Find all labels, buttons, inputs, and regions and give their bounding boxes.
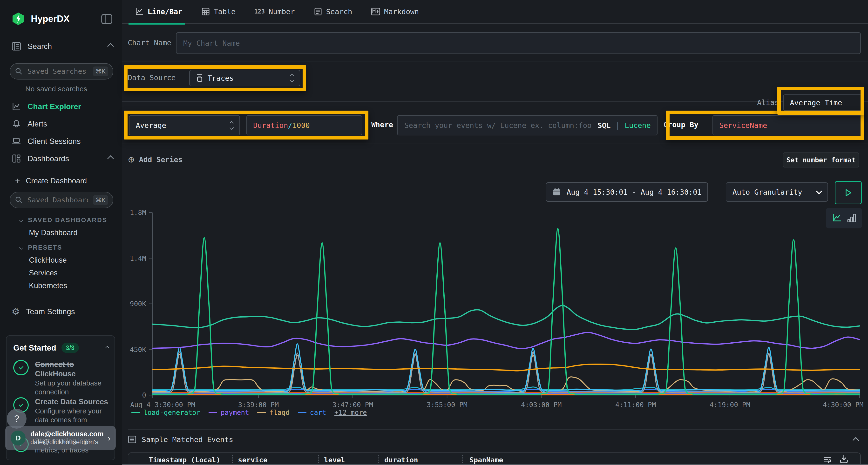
svg-text:3:47:00 PM: 3:47:00 PM: [333, 401, 373, 408]
tab-markdown[interactable]: Markdown: [371, 7, 419, 16]
time-range-picker[interactable]: Aug 4 15:30:01 - Aug 4 16:30:01: [546, 182, 708, 202]
list-icon: [128, 435, 136, 444]
column-separator[interactable]: [318, 455, 319, 463]
get-started-item-title: Create Data Sources: [35, 398, 108, 406]
legend-item[interactable]: payment: [209, 409, 249, 417]
avatar: D: [10, 431, 26, 445]
saved-dashboards-field[interactable]: [27, 196, 89, 204]
alias-input[interactable]: Average Time: [783, 94, 862, 111]
table-scrollbar[interactable]: [122, 464, 868, 465]
timeseries-chart[interactable]: 0450K900K1.4M1.8MAug 4 3:30:00 PM3:39:00…: [130, 207, 866, 408]
column-header-spanname[interactable]: SpanName: [469, 456, 503, 464]
sidebar-collapse-icon[interactable]: [101, 14, 112, 25]
column-separator[interactable]: [232, 455, 233, 463]
create-dashboard-button[interactable]: + Create Dashboard: [15, 176, 87, 186]
column-separator[interactable]: [378, 455, 379, 463]
sidebar-item-client-sessions[interactable]: Client Sessions: [11, 136, 113, 146]
sidebar-item-chart-explorer[interactable]: Chart Explorer: [11, 102, 113, 111]
chart-name-input[interactable]: [176, 32, 861, 54]
brand[interactable]: HyperDX: [11, 12, 70, 26]
get-started-item[interactable]: Connect to ClickHouse Set up your databa…: [13, 360, 115, 397]
aggregation-select[interactable]: Average: [129, 115, 240, 135]
legend-more-link[interactable]: +12 more: [334, 409, 367, 417]
group-presets[interactable]: PRESETS: [20, 244, 62, 251]
chevron-up-icon: [107, 156, 114, 162]
sidebar-section-search[interactable]: Search: [11, 41, 113, 51]
run-query-button[interactable]: [835, 181, 862, 204]
database-icon: [196, 74, 203, 82]
events-table-header: Timestamp (Local) service level duration…: [128, 453, 861, 465]
legend-item[interactable]: flagd: [257, 409, 289, 417]
data-source-label: Data Source: [128, 73, 176, 82]
sidebar-item-label: Dashboards: [28, 154, 69, 163]
data-source-select[interactable]: Traces: [189, 70, 300, 86]
chart-legend: load-generator payment flagd cart +12 mo…: [131, 409, 367, 417]
lucene-toggle[interactable]: Lucene: [625, 121, 651, 130]
check-circle-icon: [13, 360, 29, 375]
group-by-input[interactable]: ServiceName: [712, 115, 863, 135]
sidebar: HyperDX Search ⌘K No saved searches Char…: [0, 0, 122, 465]
column-header-service[interactable]: service: [238, 456, 268, 464]
help-button[interactable]: ?: [7, 409, 27, 429]
collapse-events-icon[interactable]: [852, 437, 859, 443]
column-header-duration[interactable]: duration: [384, 456, 418, 464]
team-settings-label: Team Settings: [26, 307, 75, 316]
saved-dashboards-input[interactable]: ⌘K: [10, 192, 113, 208]
tab-line-bar[interactable]: Line/Bar: [135, 7, 183, 16]
column-separator[interactable]: [462, 455, 463, 463]
no-saved-searches-text: No saved searches: [25, 85, 87, 93]
wrap-text-icon[interactable]: [823, 455, 832, 465]
divider: [122, 61, 868, 61]
download-icon[interactable]: [839, 455, 849, 465]
sidebar-item-clickhouse[interactable]: ClickHouse: [29, 256, 67, 265]
dashboards-grid-icon: [11, 154, 21, 163]
tab-number[interactable]: 123 Number: [254, 7, 295, 16]
sidebar-item-alerts[interactable]: Alerts: [11, 119, 113, 129]
select-chevrons-icon: [230, 122, 233, 129]
gear-icon: ⚙: [11, 307, 20, 316]
line-style-icon[interactable]: [832, 213, 842, 223]
add-series-button[interactable]: ⊕ Add Series: [128, 155, 183, 164]
group-saved-dashboards[interactable]: SAVED DASHBOARDS: [20, 217, 107, 224]
divider: [122, 143, 868, 144]
chart-name-field[interactable]: [183, 39, 854, 48]
chart-line-icon: [11, 102, 21, 111]
sidebar-item-kubernetes[interactable]: Kubernetes: [29, 281, 67, 290]
set-number-format-button[interactable]: Set number format: [783, 153, 859, 167]
legend-label: cart: [310, 409, 326, 417]
select-chevrons-icon: [290, 74, 293, 82]
plus-icon: +: [15, 176, 20, 186]
user-email: dale@clickhouse.com: [30, 430, 103, 438]
granularity-value: Auto Granularity: [733, 188, 802, 196]
granularity-select[interactable]: Auto Granularity: [726, 182, 828, 202]
where-input[interactable]: SQL | Lucene: [397, 115, 657, 135]
column-header-timestamp[interactable]: Timestamp (Local): [149, 456, 220, 464]
svg-text:4:11:00 PM: 4:11:00 PM: [615, 401, 656, 408]
legend-item[interactable]: cart: [298, 409, 326, 417]
tab-table[interactable]: Table: [201, 7, 236, 16]
user-menu[interactable]: D dale@clickhouse.com dale@clickhouse.co…: [5, 426, 116, 450]
get-started-header[interactable]: Get Started 3/3: [13, 343, 109, 353]
sidebar-item-services[interactable]: Services: [29, 269, 58, 277]
svg-text:4:30:00 PM: 4:30:00 PM: [823, 401, 863, 408]
column-header-level[interactable]: level: [324, 456, 345, 464]
field-expression-input[interactable]: Duration/1000: [246, 115, 362, 135]
where-field[interactable]: [404, 121, 593, 130]
saved-searches-field[interactable]: [27, 67, 89, 76]
hyperdx-logo-icon: [11, 12, 25, 26]
saved-searches-input[interactable]: ⌘K: [10, 63, 113, 79]
line-chart-icon: [135, 7, 144, 16]
svg-text:1.4M: 1.4M: [130, 255, 146, 262]
bar-style-icon[interactable]: [847, 213, 856, 223]
time-range-value: Aug 4 15:30:01 - Aug 4 16:30:01: [567, 188, 702, 196]
tab-search[interactable]: Search: [314, 7, 352, 16]
chart-style-toggle: [826, 208, 862, 228]
sample-events-header[interactable]: Sample Matched Events: [128, 435, 233, 444]
sql-toggle[interactable]: SQL: [597, 121, 611, 130]
sidebar-item-dashboards[interactable]: Dashboards: [11, 154, 113, 163]
field-token: 1000: [292, 121, 310, 130]
sidebar-item-my-dashboard[interactable]: My Dashboard: [29, 228, 78, 237]
get-started-item[interactable]: Create Data Sources Configure where your…: [13, 397, 115, 425]
sidebar-item-team-settings[interactable]: ⚙ Team Settings: [11, 307, 113, 316]
legend-item[interactable]: load-generator: [131, 409, 200, 417]
